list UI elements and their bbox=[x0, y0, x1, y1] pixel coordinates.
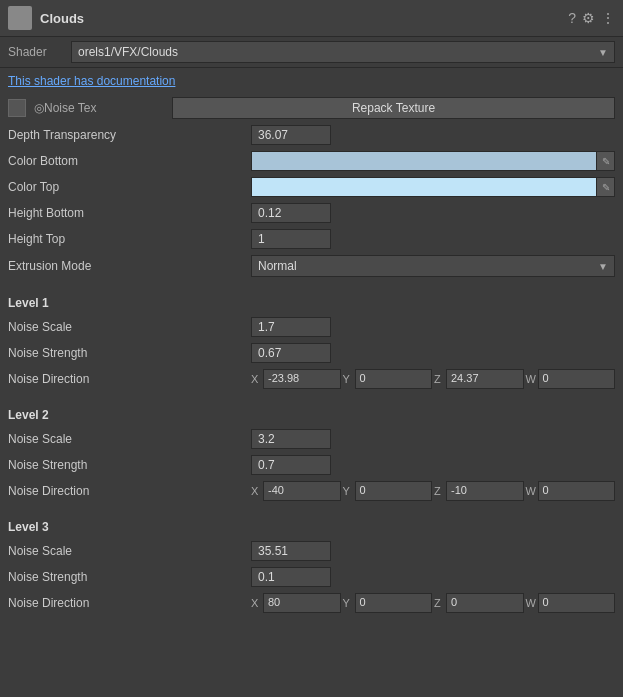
settings-icon[interactable]: ⚙ bbox=[582, 10, 595, 26]
color-bottom-picker[interactable]: ✎ bbox=[596, 152, 614, 170]
level1-y-input[interactable]: 0 bbox=[355, 369, 433, 389]
color-top-picker[interactable]: ✎ bbox=[596, 178, 614, 196]
level1-w-axis: W bbox=[526, 373, 536, 385]
level2-y-axis: Y bbox=[343, 485, 353, 497]
shader-label: Shader bbox=[8, 45, 63, 59]
level1-w-input[interactable]: 0 bbox=[538, 369, 616, 389]
level2-heading: Level 2 bbox=[0, 400, 623, 426]
documentation-link[interactable]: This shader has documentation bbox=[0, 68, 623, 94]
help-icon[interactable]: ? bbox=[568, 10, 576, 26]
level3-noise-scale-label: Noise Scale bbox=[8, 544, 251, 558]
level1-noise-scale-value[interactable]: 1.7 bbox=[251, 317, 331, 337]
header-actions: ? ⚙ ⋮ bbox=[568, 10, 615, 26]
panel-header: Clouds ? ⚙ ⋮ bbox=[0, 0, 623, 37]
level3-z-group: Z 0 bbox=[434, 593, 524, 613]
shader-panel: Clouds ? ⚙ ⋮ Shader orels1/VFX/Clouds ▼ … bbox=[0, 0, 623, 616]
panel-title: Clouds bbox=[40, 11, 560, 26]
color-bottom-swatch[interactable] bbox=[252, 152, 596, 170]
level3-noise-strength-label: Noise Strength bbox=[8, 570, 251, 584]
height-top-label: Height Top bbox=[8, 232, 251, 246]
level1-x-group: X -23.98 bbox=[251, 369, 341, 389]
level3-noise-direction-row: Noise Direction X 80 Y 0 Z 0 W 0 bbox=[0, 590, 623, 616]
color-top-label: Color Top bbox=[8, 180, 251, 194]
level1-noise-strength-label: Noise Strength bbox=[8, 346, 251, 360]
noise-tex-label: ◎Noise Tex bbox=[34, 101, 164, 115]
extrusion-mode-dropdown[interactable]: Normal ▼ bbox=[251, 255, 615, 277]
depth-transparency-value[interactable]: 36.07 bbox=[251, 125, 331, 145]
level2-noise-strength-label: Noise Strength bbox=[8, 458, 251, 472]
color-top-row: Color Top ✎ bbox=[0, 174, 623, 200]
overflow-icon[interactable]: ⋮ bbox=[601, 10, 615, 26]
level2-z-group: Z -10 bbox=[434, 481, 524, 501]
repack-texture-button[interactable]: Repack Texture bbox=[172, 97, 615, 119]
level1-noise-direction-fields: X -23.98 Y 0 Z 24.37 W 0 bbox=[251, 369, 615, 389]
height-bottom-row: Height Bottom 0.12 bbox=[0, 200, 623, 226]
height-top-row: Height Top 1 bbox=[0, 226, 623, 252]
level3-noise-strength-value[interactable]: 0.1 bbox=[251, 567, 331, 587]
level1-noise-direction-label: Noise Direction bbox=[8, 372, 251, 386]
level1-x-axis: X bbox=[251, 373, 261, 385]
level1-noise-strength-value[interactable]: 0.67 bbox=[251, 343, 331, 363]
level1-heading: Level 1 bbox=[0, 288, 623, 314]
level3-y-group: Y 0 bbox=[343, 593, 433, 613]
level2-noise-scale-row: Noise Scale 3.2 bbox=[0, 426, 623, 452]
level2-z-input[interactable]: -10 bbox=[446, 481, 524, 501]
level3-w-axis: W bbox=[526, 597, 536, 609]
depth-transparency-row: Depth Transparency 36.07 bbox=[0, 122, 623, 148]
extrusion-mode-value: Normal bbox=[258, 259, 297, 273]
level1-y-group: Y 0 bbox=[343, 369, 433, 389]
level1-w-group: W 0 bbox=[526, 369, 616, 389]
height-bottom-value[interactable]: 0.12 bbox=[251, 203, 331, 223]
level3-x-input[interactable]: 80 bbox=[263, 593, 341, 613]
level2-noise-scale-value[interactable]: 3.2 bbox=[251, 429, 331, 449]
color-bottom-label: Color Bottom bbox=[8, 154, 251, 168]
clouds-icon bbox=[8, 6, 32, 30]
level1-z-group: Z 24.37 bbox=[434, 369, 524, 389]
level2-x-axis: X bbox=[251, 485, 261, 497]
depth-transparency-label: Depth Transparency bbox=[8, 128, 251, 142]
height-top-value[interactable]: 1 bbox=[251, 229, 331, 249]
extrusion-mode-label: Extrusion Mode bbox=[8, 259, 251, 273]
level1-z-input[interactable]: 24.37 bbox=[446, 369, 524, 389]
shader-row: Shader orels1/VFX/Clouds ▼ bbox=[0, 37, 623, 68]
level2-y-input[interactable]: 0 bbox=[355, 481, 433, 501]
noise-tex-row: ◎Noise Tex Repack Texture bbox=[0, 94, 623, 122]
level1-noise-strength-row: Noise Strength 0.67 bbox=[0, 340, 623, 366]
level3-w-input[interactable]: 0 bbox=[538, 593, 616, 613]
level2-noise-direction-row: Noise Direction X -40 Y 0 Z -10 W 0 bbox=[0, 478, 623, 504]
color-bottom-row: Color Bottom ✎ bbox=[0, 148, 623, 174]
level2-x-group: X -40 bbox=[251, 481, 341, 501]
level2-w-input[interactable]: 0 bbox=[538, 481, 616, 501]
height-bottom-label: Height Bottom bbox=[8, 206, 251, 220]
level2-noise-direction-label: Noise Direction bbox=[8, 484, 251, 498]
level3-noise-direction-label: Noise Direction bbox=[8, 596, 251, 610]
level2-noise-direction-fields: X -40 Y 0 Z -10 W 0 bbox=[251, 481, 615, 501]
shader-value: orels1/VFX/Clouds bbox=[78, 45, 178, 59]
level3-w-group: W 0 bbox=[526, 593, 616, 613]
level2-y-group: Y 0 bbox=[343, 481, 433, 501]
level3-noise-scale-row: Noise Scale 35.51 bbox=[0, 538, 623, 564]
level3-y-input[interactable]: 0 bbox=[355, 593, 433, 613]
level2-w-axis: W bbox=[526, 485, 536, 497]
level3-noise-direction-fields: X 80 Y 0 Z 0 W 0 bbox=[251, 593, 615, 613]
level2-z-axis: Z bbox=[434, 485, 444, 497]
level2-noise-strength-value[interactable]: 0.7 bbox=[251, 455, 331, 475]
extrusion-mode-row: Extrusion Mode Normal ▼ bbox=[0, 252, 623, 280]
level3-noise-strength-row: Noise Strength 0.1 bbox=[0, 564, 623, 590]
level1-noise-scale-row: Noise Scale 1.7 bbox=[0, 314, 623, 340]
color-bottom-field[interactable]: ✎ bbox=[251, 151, 615, 171]
noise-tex-thumbnail[interactable] bbox=[8, 99, 26, 117]
level1-noise-scale-label: Noise Scale bbox=[8, 320, 251, 334]
level1-y-axis: Y bbox=[343, 373, 353, 385]
level3-x-group: X 80 bbox=[251, 593, 341, 613]
level3-z-axis: Z bbox=[434, 597, 444, 609]
color-top-field[interactable]: ✎ bbox=[251, 177, 615, 197]
level2-x-input[interactable]: -40 bbox=[263, 481, 341, 501]
shader-dropdown[interactable]: orels1/VFX/Clouds ▼ bbox=[71, 41, 615, 63]
level3-z-input[interactable]: 0 bbox=[446, 593, 524, 613]
level1-noise-direction-row: Noise Direction X -23.98 Y 0 Z 24.37 W 0 bbox=[0, 366, 623, 392]
color-top-swatch[interactable] bbox=[252, 178, 596, 196]
level3-noise-scale-value[interactable]: 35.51 bbox=[251, 541, 331, 561]
level1-x-input[interactable]: -23.98 bbox=[263, 369, 341, 389]
shader-dropdown-arrow: ▼ bbox=[598, 47, 608, 58]
